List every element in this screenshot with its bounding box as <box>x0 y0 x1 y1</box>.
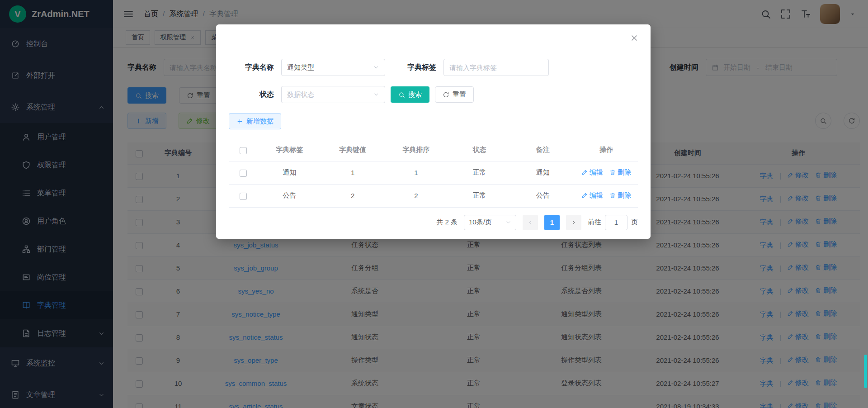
goto-label: 前往 <box>588 218 601 227</box>
table-row: 公告 2 2 正常 公告 编辑 删除 <box>229 184 638 207</box>
dialog-reset-label: 重置 <box>453 90 466 99</box>
cell-dict-label: 公告 <box>258 184 321 207</box>
page-size-select[interactable]: 10条/页 <box>464 215 516 230</box>
delete-row-link[interactable]: 删除 <box>609 168 631 177</box>
dialog-reset-button[interactable]: 重置 <box>435 86 474 103</box>
cell-dict-sort: 1 <box>384 161 448 184</box>
chevron-right-icon <box>571 219 577 226</box>
header-dict-sort: 字典排序 <box>384 139 448 161</box>
dict-data-dialog: 字典名称 通知类型 字典标签 状态 数据状态 搜索 重置 新增数据 <box>216 24 651 239</box>
dialog-search-button[interactable]: 搜索 <box>391 86 429 103</box>
header-dict-label: 字典标签 <box>258 139 321 161</box>
delete-link-label: 删除 <box>618 168 631 177</box>
select-all-checkbox[interactable] <box>240 147 247 154</box>
dict-label-label: 字典标签 <box>393 63 436 72</box>
edit-icon <box>581 169 588 176</box>
cell-actions: 编辑 删除 <box>575 184 638 207</box>
cell-remark: 公告 <box>511 184 575 207</box>
edit-link-label: 编辑 <box>590 168 603 177</box>
header-remark: 备注 <box>511 139 575 161</box>
goto-page-input[interactable] <box>605 215 627 230</box>
delete-link-label: 删除 <box>618 191 631 200</box>
trash-icon <box>609 192 616 199</box>
header-actions: 操作 <box>575 139 638 161</box>
dict-data-table: 字典标签 字典键值 字典排序 状态 备注 操作 通知 1 1 正常 通知 <box>229 139 638 208</box>
cell-dict-value: 2 <box>321 184 384 207</box>
cell-dict-sort: 2 <box>384 184 448 207</box>
trash-icon <box>609 169 616 176</box>
edit-row-link[interactable]: 编辑 <box>581 191 603 200</box>
close-icon[interactable] <box>630 33 639 43</box>
dict-data-table-body: 通知 1 1 正常 通知 编辑 删除 <box>229 161 638 207</box>
cell-actions: 编辑 删除 <box>575 161 638 184</box>
edit-icon <box>581 192 588 199</box>
dict-name-selected-value: 通知类型 <box>287 63 314 72</box>
page-number-button[interactable]: 1 <box>544 215 560 230</box>
next-page-button[interactable] <box>566 215 581 230</box>
dict-label-input[interactable] <box>443 59 549 76</box>
page-unit-label: 页 <box>631 218 638 227</box>
header-status: 状态 <box>448 139 511 161</box>
cell-remark: 通知 <box>511 161 575 184</box>
chevron-down-icon <box>373 91 379 98</box>
dialog-search-label: 搜索 <box>408 90 422 99</box>
dialog-form-row-1: 字典名称 通知类型 字典标签 <box>229 59 638 76</box>
status-select[interactable]: 数据状态 <box>281 86 385 103</box>
pagination: 共 2 条 10条/页 1 前往 页 <box>229 215 638 230</box>
add-dict-data-label: 新增数据 <box>246 117 274 126</box>
cell-status: 正常 <box>448 161 511 184</box>
page-size-value: 10条/页 <box>469 218 492 227</box>
cell-dict-value: 1 <box>321 161 384 184</box>
edit-row-link[interactable]: 编辑 <box>581 168 603 177</box>
dict-name-label: 字典名称 <box>229 63 274 72</box>
prev-page-button[interactable] <box>523 215 538 230</box>
pagination-total: 共 2 条 <box>436 218 458 227</box>
cell-status: 正常 <box>448 184 511 207</box>
cell-dict-label: 通知 <box>258 161 321 184</box>
row-checkbox[interactable] <box>240 193 247 200</box>
dict-data-table-header: 字典标签 字典键值 字典排序 状态 备注 操作 <box>229 139 638 161</box>
status-label: 状态 <box>229 90 274 100</box>
refresh-icon <box>443 91 449 98</box>
scrollbar-thumb[interactable] <box>864 355 867 388</box>
edit-link-label: 编辑 <box>590 191 603 200</box>
goto-page-group: 前往 页 <box>588 215 638 230</box>
chevron-left-icon <box>527 219 533 226</box>
search-icon <box>398 91 405 98</box>
dialog-toolbar: 新增数据 <box>229 113 638 129</box>
plus-icon <box>236 118 243 125</box>
table-row: 通知 1 1 正常 通知 编辑 删除 <box>229 161 638 184</box>
chevron-down-icon <box>373 64 379 71</box>
delete-row-link[interactable]: 删除 <box>609 191 631 200</box>
row-checkbox[interactable] <box>240 170 247 177</box>
dialog-form-row-2: 状态 数据状态 搜索 重置 <box>229 86 638 103</box>
scrollbar[interactable] <box>863 0 868 408</box>
status-placeholder: 数据状态 <box>287 90 314 99</box>
add-dict-data-button[interactable]: 新增数据 <box>229 113 281 129</box>
dict-name-select[interactable]: 通知类型 <box>281 59 385 76</box>
chevron-down-icon <box>505 219 511 225</box>
header-dict-value: 字典键值 <box>321 139 384 161</box>
